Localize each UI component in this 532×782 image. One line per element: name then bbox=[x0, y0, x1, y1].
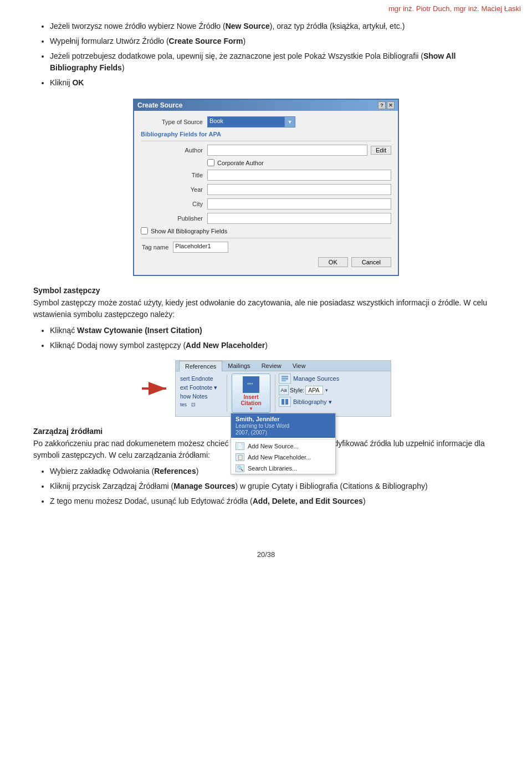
add-source-icon: 📄 bbox=[236, 442, 244, 450]
city-input[interactable] bbox=[207, 198, 391, 209]
manage-sources-row: Manage Sources bbox=[279, 374, 387, 384]
year-label: Year bbox=[141, 186, 207, 193]
symbol-text: Symbol zastępczy może zostać użyty, kied… bbox=[33, 297, 499, 320]
edit-button[interactable]: Edit bbox=[371, 146, 391, 155]
citation-dropdown-arrow[interactable]: ▼ bbox=[249, 406, 253, 411]
search-libraries-icon: 🔍 bbox=[236, 464, 244, 472]
add-placeholder-icon: 📋 bbox=[236, 453, 244, 461]
ribbon-left-group: sert Endnote ext Footnote ▾ how Notes te… bbox=[179, 374, 223, 413]
tab-references[interactable]: References bbox=[179, 361, 222, 371]
type-of-source-label: Type of Source bbox=[141, 119, 207, 125]
insert-citation-bold: Wstaw Cytowanie (Insert Citation) bbox=[77, 326, 202, 335]
ribbon-tabs: References Mailings Review View bbox=[176, 361, 391, 371]
style-label: Style: bbox=[290, 387, 304, 393]
style-arrow[interactable]: ▼ bbox=[324, 388, 329, 393]
dialog-help-btn[interactable]: ? bbox=[378, 101, 386, 109]
insert-citation-group: "" InsertCitation ▼ Smith, Jennifer Lear… bbox=[231, 374, 272, 413]
author-input[interactable] bbox=[207, 145, 367, 156]
divider2 bbox=[141, 238, 391, 238]
citation-label: InsertCitation bbox=[241, 394, 261, 406]
dialog-ok-button[interactable]: OK bbox=[318, 257, 348, 267]
ribbon-container: References Mailings Review View sert End… bbox=[33, 360, 499, 417]
dialog-cancel-button[interactable]: Cancel bbox=[351, 257, 391, 267]
ribbon: References Mailings Review View sert End… bbox=[175, 360, 391, 417]
new-source-bold: New Source bbox=[226, 22, 270, 30]
author-row: Author Edit bbox=[141, 145, 391, 156]
title-label: Title bbox=[141, 172, 207, 178]
citation-icon: "" bbox=[243, 376, 259, 393]
style-row: Aa Style: APA ▼ bbox=[279, 385, 387, 395]
symbol-heading: Symbol zastępczy bbox=[33, 286, 499, 295]
corporate-author-label: Corporate Author bbox=[217, 160, 264, 166]
show-all-label: Show All Bibliography Fields bbox=[151, 228, 227, 234]
ribbon-right-group: Manage Sources Aa Style: APA ▼ bbox=[279, 374, 387, 413]
references-bold: References bbox=[154, 467, 196, 476]
title-row: Title bbox=[141, 170, 391, 181]
add-new-source-item[interactable]: 📄 Add New Source... bbox=[231, 441, 335, 452]
tag-name-label: Tag name bbox=[142, 244, 168, 251]
add-new-placeholder-label: Add New Placeholder... bbox=[248, 454, 311, 461]
tab-review[interactable]: Review bbox=[256, 361, 287, 371]
dialog-close-btn[interactable]: ✕ bbox=[387, 101, 395, 109]
dialog-title: Create Source bbox=[137, 101, 182, 109]
tab-mailings[interactable]: Mailings bbox=[222, 361, 255, 371]
ext-footnote-item[interactable]: ext Footnote ▾ bbox=[179, 384, 223, 391]
tab-view[interactable]: View bbox=[287, 361, 311, 371]
show-all-fields-bold: Show All Bibliography Fields bbox=[50, 52, 456, 72]
style-icon-btn: Aa bbox=[279, 385, 289, 395]
svg-rect-8 bbox=[285, 399, 288, 405]
tag-name-row: Tag name Placeholder1 bbox=[141, 242, 391, 253]
red-arrow-container bbox=[141, 380, 171, 397]
corporate-author-checkbox[interactable] bbox=[207, 159, 214, 166]
svg-rect-4 bbox=[282, 376, 288, 377]
type-of-source-select[interactable]: Book bbox=[207, 116, 285, 127]
create-source-dialog: Create Source ? ✕ Type of Source Book ▼ … bbox=[133, 99, 399, 276]
style-select[interactable]: APA bbox=[305, 386, 323, 395]
separator1 bbox=[227, 375, 227, 412]
citation-dropdown-menu: Smith, Jennifer Learning to Use Word2007… bbox=[231, 413, 336, 474]
search-libraries-label: Search Libraries... bbox=[248, 465, 297, 472]
svg-rect-6 bbox=[282, 380, 286, 381]
manage-sources-label[interactable]: Manage Sources bbox=[293, 375, 339, 382]
type-of-source-row: Type of Source Book ▼ bbox=[141, 116, 391, 127]
dropdown-divider1 bbox=[231, 439, 335, 439]
dialog-body: Type of Source Book ▼ Bibliography Field… bbox=[134, 111, 398, 275]
search-libraries-item[interactable]: 🔍 Search Libraries... bbox=[231, 463, 335, 474]
type-of-source-arrow[interactable]: ▼ bbox=[284, 116, 295, 127]
author-label: Author bbox=[141, 147, 207, 154]
publisher-label: Publisher bbox=[141, 215, 207, 222]
insert-citation-button[interactable]: "" InsertCitation ▼ bbox=[232, 374, 270, 413]
dropdown-smith-item[interactable]: Smith, Jennifer Learning to Use Word2007… bbox=[231, 413, 335, 438]
svg-rect-7 bbox=[282, 399, 284, 405]
author-text: mgr inż. Piotr Duch, mgr inż. Maciej Łas… bbox=[388, 4, 521, 13]
add-placeholder-bold: Add New Placeholder bbox=[186, 341, 265, 350]
red-arrow-icon bbox=[141, 380, 171, 397]
add-new-placeholder-item[interactable]: 📋 Add New Placeholder... bbox=[231, 452, 335, 463]
publisher-input[interactable] bbox=[207, 213, 391, 224]
show-notes-item[interactable]: how Notes bbox=[179, 392, 223, 400]
insert-endnote-item[interactable]: sert Endnote bbox=[179, 375, 223, 382]
tes-item[interactable]: tes ⊡ bbox=[179, 401, 223, 408]
manage-sources-icon-btn[interactable] bbox=[279, 374, 291, 384]
ribbon-body: sert Endnote ext Footnote ▾ how Notes te… bbox=[176, 371, 391, 416]
bibliography-label[interactable]: Bibliography ▾ bbox=[293, 398, 332, 406]
year-input[interactable] bbox=[207, 184, 391, 195]
corporate-author-row: Corporate Author bbox=[141, 159, 391, 166]
dialog-title-bar: Create Source ? ✕ bbox=[134, 100, 398, 111]
bibliography-icon-btn[interactable] bbox=[279, 397, 291, 407]
show-all-checkbox[interactable] bbox=[141, 227, 148, 234]
page-number: 20/38 bbox=[257, 550, 275, 559]
separator2 bbox=[275, 375, 275, 412]
title-input[interactable] bbox=[207, 170, 391, 181]
manage-sources-svg bbox=[281, 375, 289, 382]
year-row: Year bbox=[141, 184, 391, 195]
header-author: mgr inż. Piotr Duch, mgr inż. Maciej Łas… bbox=[0, 0, 532, 15]
page-footer: 20/38 bbox=[0, 550, 532, 559]
bullet-add-placeholder: Kliknąć Dodaj nowy symbol zastępczy (Add… bbox=[50, 340, 499, 351]
smith-author: Smith, Jennifer bbox=[236, 416, 279, 422]
add-new-source-label: Add New Source... bbox=[248, 443, 299, 449]
tag-name-input[interactable]: Placeholder1 bbox=[173, 242, 228, 253]
show-all-row: Show All Bibliography Fields bbox=[141, 227, 391, 234]
svg-text:"": "" bbox=[247, 381, 253, 389]
smith-subtitle: Learning to Use Word2007, (2007) bbox=[236, 423, 289, 436]
